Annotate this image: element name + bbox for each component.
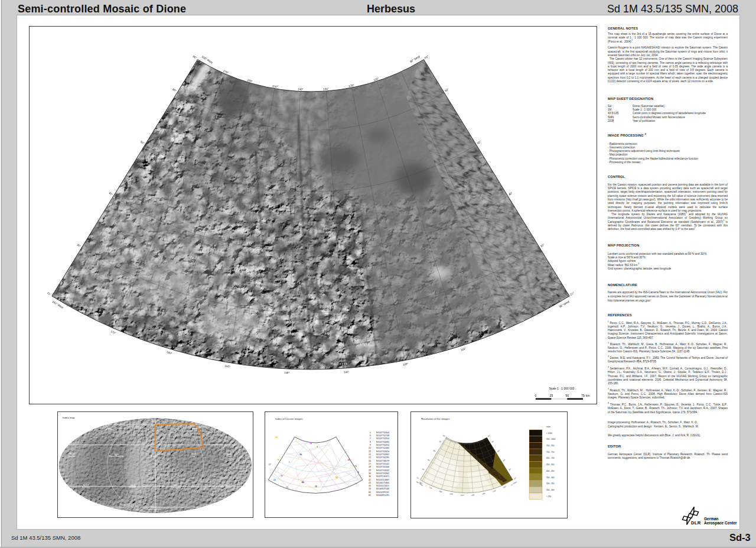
svg-text:N1507732604: N1507732604 [376, 432, 389, 434]
svg-text:75: 75 [581, 394, 585, 397]
svg-text:24: 24 [275, 436, 278, 439]
svg-text:Padua Chasmata: Padua Chasmata [109, 455, 124, 458]
svg-text:N1614395211: N1614395211 [376, 491, 389, 494]
svg-text:9: 9 [370, 444, 371, 446]
svg-text:German: German [704, 517, 719, 521]
svg-text:28: 28 [369, 466, 371, 468]
svg-text:21°: 21° [570, 291, 575, 296]
svg-text:120°: 120° [403, 362, 409, 367]
svg-text:27: 27 [369, 463, 371, 465]
svg-text:150°: 150° [449, 492, 454, 495]
svg-text:130°: 130° [344, 370, 350, 374]
svg-text:0: 0 [535, 394, 537, 397]
svg-text:450 - 650: 450 - 650 [546, 463, 555, 466]
svg-text:170°: 170° [110, 330, 117, 335]
svg-text:250 - 300: 250 - 300 [546, 489, 555, 491]
svg-text:85: 85 [369, 494, 371, 497]
svg-text:< 250: < 250 [546, 495, 551, 498]
svg-text:N1507742295: N1507742295 [376, 456, 389, 459]
svg-text:N1507741142: N1507741142 [376, 463, 389, 465]
svg-text:130°: 130° [323, 87, 329, 91]
svg-text:Liger: Liger [360, 343, 370, 346]
svg-text:34: 34 [369, 472, 371, 475]
svg-text:9: 9 [278, 459, 279, 461]
svg-text:29: 29 [354, 465, 357, 468]
svg-text:90° West: 90° West [409, 55, 421, 63]
svg-text:Herbesus: Herbesus [331, 362, 348, 365]
svg-text:26: 26 [369, 460, 371, 462]
svg-text:Scale 1 : 1 000 000: Scale 1 : 1 000 000 [549, 387, 574, 390]
svg-text:170°: 170° [428, 486, 433, 489]
svg-text:150°: 150° [272, 85, 278, 89]
svg-text:N1507743542: N1507743542 [376, 469, 389, 472]
svg-text:120°: 120° [482, 492, 487, 495]
svg-text:26: 26 [281, 475, 283, 477]
svg-text:N1507732914: N1507732914 [376, 437, 389, 440]
svg-text:50°: 50° [477, 140, 482, 145]
svg-text:28: 28 [315, 485, 317, 488]
svg-text:140°: 140° [460, 494, 464, 497]
svg-text:400 - 450: 400 - 450 [546, 470, 555, 472]
svg-text:40°: 40° [427, 459, 431, 462]
svg-text:4: 4 [317, 446, 318, 448]
svg-text:90° West: 90° West [510, 481, 517, 486]
svg-text:N1497136371: N1497136371 [376, 475, 389, 478]
svg-text:N1507734254: N1507734254 [376, 444, 389, 446]
svg-text:Aeneas: Aeneas [151, 455, 158, 458]
svg-text:Janiculum Dorsa: Janiculum Dorsa [147, 508, 161, 511]
svg-text:27: 27 [269, 463, 271, 466]
svg-text:64: 64 [273, 479, 276, 481]
svg-text:66°: 66° [442, 434, 447, 437]
svg-text:59: 59 [335, 476, 338, 479]
svg-text:Ilia: Ilia [193, 455, 195, 458]
svg-text:8: 8 [358, 471, 359, 474]
svg-text:34: 34 [309, 442, 312, 445]
svg-text:40°: 40° [503, 458, 507, 462]
svg-text:36: 36 [369, 475, 371, 478]
svg-text:N1540175800: N1540175800 [376, 482, 389, 484]
svg-text:50: 50 [565, 394, 569, 397]
svg-text:8: 8 [370, 441, 371, 443]
svg-text:23: 23 [286, 487, 288, 489]
svg-text:50°: 50° [140, 140, 145, 145]
svg-text:Evander: Evander [129, 486, 137, 488]
svg-text:N1501554867: N1501554867 [376, 479, 389, 481]
svg-text:N1507741306: N1507741306 [376, 466, 389, 468]
svg-text:7: 7 [370, 437, 371, 440]
svg-text:6: 6 [370, 434, 371, 437]
svg-text:36: 36 [299, 453, 302, 456]
svg-text:N1507743362: N1507743362 [376, 472, 389, 475]
svg-text:40°: 40° [108, 192, 113, 196]
svg-text:N1507734090: N1507734090 [376, 441, 389, 443]
svg-text:29: 29 [369, 469, 371, 472]
svg-text:Dido: Dido [226, 486, 230, 488]
svg-text:700 - 750: 700 - 750 [546, 451, 555, 453]
svg-text:140°: 140° [284, 371, 290, 374]
svg-text:60°: 60° [491, 440, 495, 443]
svg-text:N1507742440: N1507742440 [376, 447, 389, 449]
svg-text:30°: 30° [422, 468, 426, 471]
svg-text:30°: 30° [508, 468, 512, 471]
svg-text:21°: 21° [416, 476, 421, 480]
svg-text:Aerospace Center: Aerospace Center [704, 521, 737, 526]
svg-text:N1507743962: N1507743962 [376, 453, 389, 456]
svg-text:N1507738279: N1507738279 [376, 460, 389, 462]
svg-text:43: 43 [369, 482, 371, 484]
svg-text:25: 25 [369, 456, 371, 459]
svg-text:5: 5 [370, 432, 371, 434]
svg-text:N1569537049: N1569537049 [376, 488, 389, 490]
svg-text:21°: 21° [513, 476, 517, 480]
svg-text:50°: 50° [433, 449, 437, 453]
svg-text:100°: 100° [503, 485, 507, 489]
svg-text:Pittheus: Pittheus [105, 427, 112, 430]
svg-text:6: 6 [289, 461, 290, 463]
svg-text:160°: 160° [439, 490, 444, 494]
svg-text:Sd-1: Sd-1 [151, 419, 155, 421]
svg-text:300 - 350: 300 - 350 [546, 482, 555, 485]
svg-text:45: 45 [348, 459, 350, 461]
svg-text:650 - 700: 650 - 700 [546, 457, 555, 459]
svg-text:km: km [586, 394, 590, 397]
svg-text:N1550123415: N1550123415 [376, 485, 389, 487]
svg-text:50°: 50° [497, 449, 501, 453]
svg-text:66°: 66° [424, 55, 429, 60]
